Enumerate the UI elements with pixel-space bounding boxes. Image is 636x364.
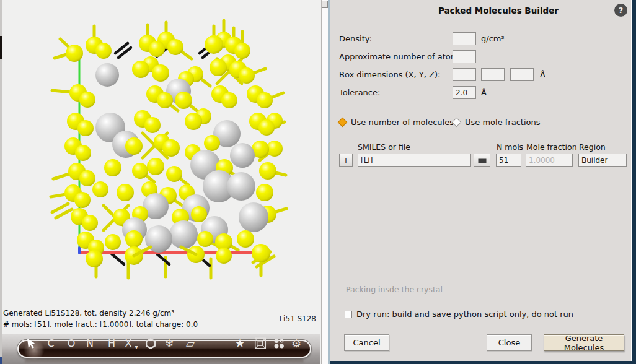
carbon-tool[interactable]: C	[47, 334, 54, 352]
tolerance-input[interactable]	[453, 86, 476, 99]
ring-tool-icon[interactable]	[145, 334, 157, 352]
browse-file-button[interactable]	[474, 154, 490, 167]
sulfur-atom[interactable]	[252, 244, 270, 262]
help-button[interactable]: ?	[614, 4, 627, 17]
sulfur-atom[interactable]	[147, 158, 164, 175]
settings-gear-icon[interactable]: ⚙	[291, 334, 301, 352]
folder-icon	[478, 157, 487, 163]
sulfur-atom[interactable]	[132, 163, 148, 179]
sulfur-atom[interactable]	[79, 92, 95, 108]
sulfur-atom[interactable]	[77, 120, 94, 136]
sulfur-atom[interactable]	[166, 166, 182, 182]
status-mols-text: # mols: [51], mole fract.: [1.0000], tot…	[3, 320, 198, 329]
sulfur-atom[interactable]	[132, 61, 149, 78]
use-number-of-molecules-radio[interactable]	[338, 118, 348, 128]
app-window: Generated Li51S128, tot. density 2.246 g…	[0, 0, 636, 364]
sulfur-atom[interactable]	[257, 92, 273, 108]
box-x-input[interactable]	[453, 68, 476, 81]
add-row-button[interactable]: +	[339, 154, 353, 167]
sulfur-atom[interactable]	[185, 113, 202, 130]
toolbar-reflection	[25, 359, 304, 364]
lithium-atom[interactable]	[169, 220, 198, 249]
approx-atoms-input[interactable]	[453, 50, 476, 63]
sulfur-atom[interactable]	[86, 250, 103, 267]
sulfur-atom[interactable]	[92, 181, 108, 197]
status-generated-text: Generated Li51S128, tot. density 2.246 g…	[3, 309, 174, 318]
region-input[interactable]	[578, 154, 627, 167]
close-button[interactable]: Close	[487, 334, 532, 351]
sulfur-atom[interactable]	[256, 184, 273, 201]
splitter-handle[interactable]	[322, 1, 328, 8]
sulfur-atom[interactable]	[79, 170, 95, 186]
element-x-tool[interactable]: X	[125, 334, 132, 352]
sulfur-atom[interactable]	[259, 162, 276, 180]
dry-run-label: Dry run: build and save python script on…	[356, 310, 573, 319]
n-mols-header: N mols	[497, 142, 523, 152]
n-mols-input[interactable]	[496, 154, 521, 167]
box-z-input[interactable]	[510, 68, 534, 81]
sulfur-atom[interactable]	[125, 137, 143, 155]
sulfur-atom[interactable]	[221, 92, 237, 108]
sulfur-atom[interactable]	[105, 234, 121, 250]
status-bar: Generated Li51S128, tot. density 2.246 g…	[0, 307, 320, 334]
density-input[interactable]	[453, 32, 476, 45]
background-window-sliver	[0, 0, 2, 364]
nitrogen-tool[interactable]: N	[86, 334, 94, 352]
plane-tool-icon[interactable]: ▱	[186, 334, 195, 352]
sulfur-atom[interactable]	[152, 64, 169, 82]
favorites-icon[interactable]: ★	[234, 334, 245, 352]
density-unit: g/cm³	[481, 34, 505, 43]
sulfur-atom[interactable]	[191, 206, 207, 222]
sulfur-atom[interactable]	[149, 41, 165, 57]
sulfur-atom[interactable]	[237, 230, 254, 248]
sulfur-atom[interactable]	[234, 43, 250, 59]
smiles-input[interactable]	[358, 154, 471, 167]
lithium-atom[interactable]	[239, 202, 268, 232]
sulfur-atom[interactable]	[205, 35, 223, 54]
sulfur-atom[interactable]	[75, 145, 91, 161]
sulfur-atom[interactable]	[210, 59, 227, 76]
lithium-atom[interactable]	[230, 143, 255, 168]
sulfur-atom[interactable]	[144, 117, 161, 133]
element-dropdown-icon[interactable]: ▾	[135, 338, 138, 356]
perspective-box-icon[interactable]	[255, 334, 267, 352]
box-dimensions-label: Box dimensions (X, Y, Z):	[339, 70, 440, 79]
generate-molecules-button[interactable]: Generate Molecules	[544, 334, 624, 351]
sulfur-atom[interactable]	[157, 92, 173, 108]
molecule-editor-region: Generated Li51S128, tot. density 2.246 g…	[0, 0, 320, 364]
dry-run-checkbox[interactable]	[345, 311, 352, 318]
tolerance-label: Tolerance:	[339, 88, 380, 97]
panel-splitter[interactable]	[321, 0, 328, 364]
sulfur-atom[interactable]	[258, 119, 275, 136]
sulfur-atom[interactable]	[239, 67, 255, 84]
crystal-tool-icon[interactable]: ❄	[164, 334, 174, 352]
sulfur-atom[interactable]	[175, 92, 192, 109]
atoms-dots-icon[interactable]	[273, 334, 285, 352]
sulfur-atom[interactable]	[204, 135, 220, 151]
approx-atoms-label: Approximate number of atoms:	[339, 52, 466, 61]
packed-molecules-builder-panel: Packed Molecules Builder ? Density: g/cm…	[330, 0, 636, 364]
region-header: Region	[579, 142, 606, 152]
sulfur-atom[interactable]	[74, 192, 91, 208]
sulfur-atom[interactable]	[125, 230, 143, 248]
sulfur-atom[interactable]	[197, 231, 213, 247]
lithium-atom[interactable]	[95, 63, 119, 87]
density-label: Density:	[339, 34, 372, 43]
sulfur-atom[interactable]	[82, 215, 98, 231]
sulfur-atom[interactable]	[104, 159, 121, 176]
sulfur-atom[interactable]	[162, 139, 180, 157]
sulfur-atom[interactable]	[66, 45, 83, 62]
sulfur-atom[interactable]	[95, 43, 112, 59]
select-cursor-icon[interactable]	[26, 334, 36, 352]
dialog-title: Packed Molecules Builder	[330, 6, 632, 15]
lithium-atom[interactable]	[227, 172, 255, 201]
sulfur-atom[interactable]	[117, 184, 134, 201]
molecule-viewport[interactable]	[0, 0, 320, 307]
hydrogen-tool[interactable]: H	[108, 334, 115, 352]
oxygen-tool[interactable]: O	[68, 334, 76, 352]
cancel-button[interactable]: Cancel	[344, 334, 389, 351]
box-unit: Å	[540, 70, 545, 79]
sulfur-atom[interactable]	[216, 248, 232, 264]
box-y-input[interactable]	[481, 68, 505, 81]
sulfur-atom[interactable]	[167, 39, 183, 55]
